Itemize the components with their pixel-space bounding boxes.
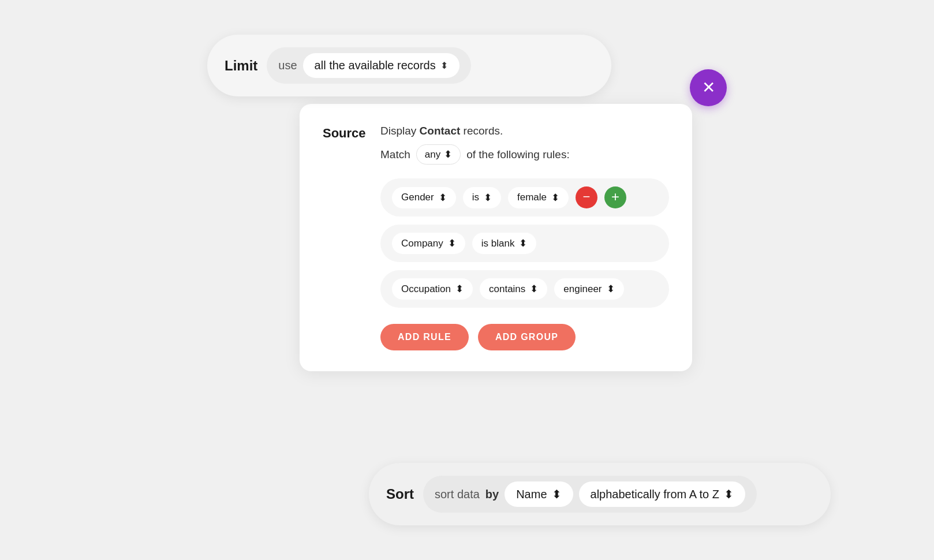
action-row: ADD RULE ADD GROUP xyxy=(380,324,669,350)
field-label-occupation: Occupation xyxy=(401,283,451,295)
match-row: Match any ⬍ of the following rules: xyxy=(380,144,669,165)
limit-use-text: use xyxy=(278,59,297,72)
value-arrow-gender: ⬍ xyxy=(551,192,559,204)
source-label: Source xyxy=(323,125,369,141)
limit-inner: use all the available records ⬍ xyxy=(267,47,470,84)
sort-label: Sort xyxy=(386,486,414,502)
display-bold: Contact xyxy=(420,125,461,137)
sort-direction-select[interactable]: alphabetically from A to Z ⬍ xyxy=(579,481,745,507)
records-select[interactable]: all the available records ⬍ xyxy=(303,53,459,78)
source-content: Display Contact records. Match any ⬍ of … xyxy=(380,125,669,350)
sort-inner: sort data by Name ⬍ alphabetically from … xyxy=(423,476,757,513)
operator-select-occupation[interactable]: contains ⬍ xyxy=(480,278,547,300)
records-arrow-icon: ⬍ xyxy=(440,60,448,71)
operator-arrow-occupation: ⬍ xyxy=(530,283,538,295)
rules-container: Gender ⬍ is ⬍ female ⬍ − xyxy=(380,178,669,308)
field-label-company: Company xyxy=(401,238,443,249)
sort-name-value: Name xyxy=(516,488,547,501)
operator-select-gender[interactable]: is ⬍ xyxy=(463,187,501,208)
rule-row: Occupation ⬍ contains ⬍ engineer ⬍ xyxy=(380,270,669,308)
match-select[interactable]: any ⬍ xyxy=(416,144,461,165)
add-group-button[interactable]: ADD GROUP xyxy=(478,324,576,350)
operator-label-occupation: contains xyxy=(489,283,525,295)
records-value: all the available records xyxy=(315,59,436,72)
operator-label-gender: is xyxy=(472,192,479,203)
field-arrow-occupation: ⬍ xyxy=(455,283,464,295)
field-label-gender: Gender xyxy=(401,192,434,203)
close-icon: ✕ xyxy=(702,80,715,96)
operator-arrow-gender: ⬍ xyxy=(484,192,492,204)
sort-name-select[interactable]: Name ⬍ xyxy=(505,481,573,507)
match-suffix: of the following rules: xyxy=(466,148,570,161)
sort-name-arrow-icon: ⬍ xyxy=(552,487,562,501)
rule-row: Company ⬍ is blank ⬍ xyxy=(380,225,669,262)
match-label: Match xyxy=(380,148,410,161)
sort-by-text: by xyxy=(485,488,499,501)
source-row: Source Display Contact records. Match an… xyxy=(323,125,669,350)
field-arrow-gender: ⬍ xyxy=(439,192,447,204)
add-rule-button-gender[interactable]: + xyxy=(604,186,626,208)
close-button[interactable]: ✕ xyxy=(690,69,727,106)
field-select-gender[interactable]: Gender ⬍ xyxy=(392,187,456,208)
sort-card: Sort sort data by Name ⬍ alphabetically … xyxy=(369,463,831,525)
rule-row: Gender ⬍ is ⬍ female ⬍ − xyxy=(380,178,669,216)
remove-rule-button-gender[interactable]: − xyxy=(576,186,597,208)
match-value: any xyxy=(425,149,440,160)
sort-direction-arrow-icon: ⬍ xyxy=(724,487,734,501)
field-select-company[interactable]: Company ⬍ xyxy=(392,233,465,254)
value-select-gender[interactable]: female ⬍ xyxy=(508,187,569,208)
display-text: Display Contact records. xyxy=(380,125,669,137)
field-arrow-company: ⬍ xyxy=(448,237,456,249)
value-arrow-occupation: ⬍ xyxy=(607,283,615,295)
minus-icon: − xyxy=(583,191,591,203)
limit-label: Limit xyxy=(225,58,257,74)
value-label-gender: female xyxy=(517,192,547,203)
value-select-occupation[interactable]: engineer ⬍ xyxy=(554,278,623,300)
operator-arrow-company: ⬍ xyxy=(519,237,527,249)
display-prefix: Display xyxy=(380,125,420,137)
display-suffix: records. xyxy=(460,125,503,137)
operator-select-company[interactable]: is blank ⬍ xyxy=(472,233,537,254)
sort-text: sort data xyxy=(435,488,480,501)
plus-icon: + xyxy=(611,190,619,204)
limit-card: Limit use all the available records ⬍ xyxy=(207,35,611,96)
source-card: Source Display Contact records. Match an… xyxy=(300,104,692,371)
value-label-occupation: engineer xyxy=(563,283,602,295)
add-rule-button[interactable]: ADD RULE xyxy=(380,324,469,350)
field-select-occupation[interactable]: Occupation ⬍ xyxy=(392,278,473,300)
sort-direction-value: alphabetically from A to Z xyxy=(591,488,719,501)
match-arrow-icon: ⬍ xyxy=(444,148,452,160)
operator-label-company: is blank xyxy=(481,238,515,249)
